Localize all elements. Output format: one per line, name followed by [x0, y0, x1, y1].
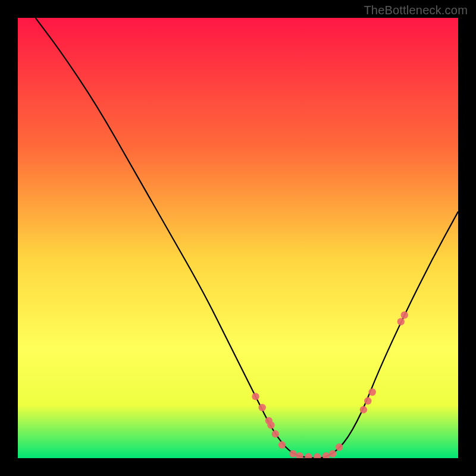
scatter-point [278, 441, 286, 449]
watermark-text: TheBottleneck.com [364, 4, 468, 17]
scatter-point [360, 406, 367, 413]
scatter-point [369, 389, 376, 396]
scatter-point [329, 450, 336, 457]
scatter-point [272, 430, 279, 437]
scatter-point [259, 404, 266, 411]
scatter-point [364, 397, 371, 405]
chart-background [18, 18, 458, 458]
chart-svg [18, 18, 458, 458]
scatter-point [289, 450, 296, 457]
scatter-point [336, 443, 343, 450]
scatter-point [397, 318, 405, 325]
chart-plot-area [18, 18, 458, 458]
scatter-point [252, 393, 259, 400]
scatter-point [267, 421, 274, 428]
scatter-point [401, 311, 408, 318]
